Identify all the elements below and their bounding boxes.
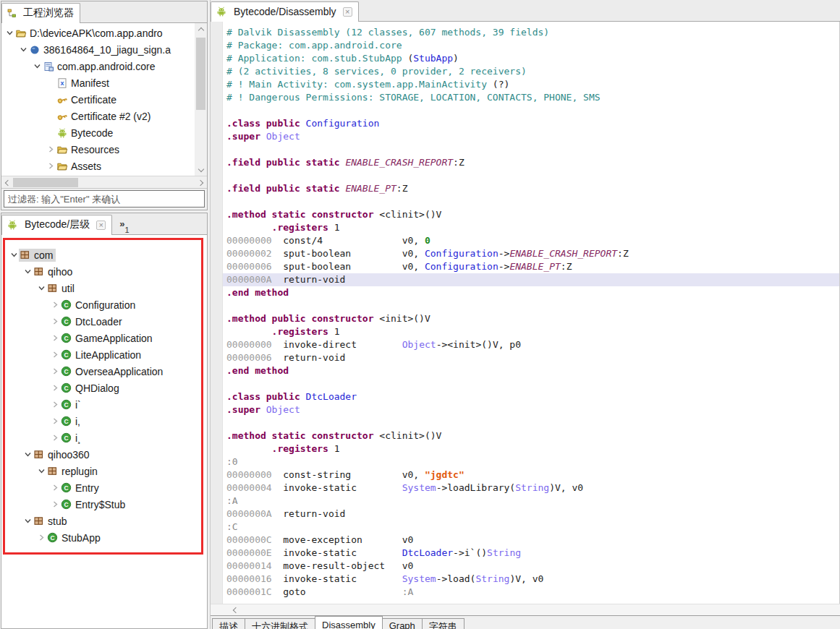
scroll-right-icon[interactable] [195, 176, 207, 189]
tree-item[interactable]: CGameApplication [6, 330, 201, 346]
bottom-tab[interactable]: Graph [382, 618, 423, 629]
collapse-arrow-icon[interactable] [18, 46, 28, 54]
close-icon[interactable]: × [343, 7, 352, 17]
disassembly-code[interactable]: # Dalvik Disassembly (12 classes, 607 me… [223, 22, 839, 604]
tree-item[interactable]: Assets [1, 158, 207, 174]
code-line-highlighted[interactable]: 0000000A return-void [223, 273, 839, 286]
expand-arrow-icon[interactable] [50, 334, 60, 343]
code-line[interactable]: .field public static ENABLE_PT:Z [223, 182, 839, 195]
code-line[interactable]: .class public DtcLoader [223, 390, 839, 403]
code-line[interactable]: .end method [223, 364, 839, 377]
code-line[interactable]: .super Object [223, 403, 839, 416]
tree-item[interactable]: util [6, 280, 201, 296]
tab-overflow-indicator[interactable]: » 1 [112, 219, 129, 234]
code-line[interactable] [223, 169, 839, 182]
scroll-up-icon[interactable] [195, 23, 207, 35]
tree-item[interactable]: CEntry [6, 479, 201, 496]
code-line[interactable]: .method static constructor <clinit>()V [223, 208, 839, 221]
code-line[interactable]: :C [223, 521, 839, 534]
code-line[interactable]: .class public Configuration [223, 117, 839, 130]
tree-item[interactable]: Ci, [6, 413, 201, 429]
collapse-arrow-icon[interactable] [22, 268, 33, 276]
close-icon[interactable]: × [96, 221, 106, 230]
expand-arrow-icon[interactable] [50, 401, 60, 409]
expand-arrow-icon[interactable] [50, 301, 60, 309]
code-line[interactable]: # Package: com.app.android.core [223, 39, 839, 52]
code-link[interactable]: Configuration [425, 248, 499, 259]
expand-arrow-icon[interactable] [50, 351, 60, 359]
tree-item[interactable]: CDtcLoader [6, 313, 201, 330]
code-line[interactable]: .method static constructor <clinit>()V [223, 429, 839, 442]
tree-item[interactable]: CConfiguration [6, 296, 201, 313]
code-line[interactable] [223, 195, 839, 208]
code-line[interactable]: 0000000C move-exception v0 [223, 534, 839, 547]
bottom-tab[interactable]: 字符串 [422, 618, 464, 629]
tree-item[interactable]: com.app.android.core [1, 58, 207, 74]
code-line[interactable]: 00000006 return-void [223, 351, 839, 364]
scroll-down-icon[interactable] [195, 164, 207, 176]
expand-arrow-icon[interactable] [50, 417, 60, 426]
expand-arrow-icon[interactable] [36, 534, 46, 542]
collapse-arrow-icon[interactable] [4, 29, 14, 38]
filter-input[interactable] [4, 190, 205, 207]
tree-item[interactable]: com [6, 247, 201, 263]
code-link[interactable]: Configuration [306, 118, 380, 129]
project-tree-vertical-scrollbar[interactable] [195, 23, 207, 176]
collapse-arrow-icon[interactable] [22, 517, 33, 526]
tree-item[interactable]: qihoo360 [6, 446, 201, 463]
expand-arrow-icon[interactable] [50, 484, 60, 492]
code-line[interactable]: 00000000 const/4 v0, 0 [223, 234, 839, 247]
code-line[interactable]: 0000001C goto :A [223, 586, 839, 599]
bottom-tab[interactable]: 十六进制格式 [245, 618, 315, 629]
code-line[interactable]: 00000000 invoke-direct Object-><init>()V… [223, 338, 839, 351]
code-line[interactable] [223, 104, 839, 117]
collapse-arrow-icon[interactable] [36, 467, 46, 476]
collapse-arrow-icon[interactable] [36, 284, 46, 293]
collapse-arrow-icon[interactable] [32, 62, 42, 71]
expand-arrow-icon[interactable] [50, 317, 60, 326]
tree-item[interactable]: Ci¸ [6, 429, 201, 446]
code-line[interactable]: # ! Dangerous Permissions: STORAGE, LOCA… [223, 91, 839, 104]
tree-item[interactable]: CStubApp [6, 529, 201, 546]
code-link[interactable]: StubApp [413, 53, 453, 64]
code-line[interactable]: .registers 1 [223, 325, 839, 338]
tree-item[interactable]: 386164864_10_jiagu_sign.a [1, 41, 207, 58]
code-line[interactable]: # Dalvik Disassembly (12 classes, 607 me… [223, 26, 839, 39]
collapse-arrow-icon[interactable] [22, 450, 33, 459]
code-line[interactable]: 00000016 invoke-static System->load(Stri… [223, 573, 839, 586]
expand-arrow-icon[interactable] [50, 434, 60, 442]
tree-item[interactable]: stub [6, 513, 201, 529]
code-line[interactable]: .end method [223, 286, 839, 299]
scroll-left-icon[interactable] [1, 176, 13, 189]
code-link[interactable]: Configuration [425, 261, 499, 272]
tree-item[interactable]: CEntry$Stub [6, 496, 201, 513]
expand-arrow-icon[interactable] [46, 145, 56, 154]
vertical-scrollbar-thumb[interactable] [196, 38, 205, 110]
code-line[interactable]: # ! Main Activity: com.system.app.MainAc… [223, 78, 839, 91]
code-line[interactable] [223, 416, 839, 429]
tree-item[interactable]: D:\deviceAPK\com.app.andro [1, 25, 207, 41]
collapse-arrow-icon[interactable] [9, 251, 19, 260]
code-line[interactable]: .super Object [223, 130, 839, 143]
code-line[interactable]: .method public constructor <init>()V [223, 312, 839, 325]
tab-bytecode-hierarchy[interactable]: Bytecode/层级 × [1, 215, 112, 235]
horizontal-scrollbar-thumb[interactable] [13, 178, 78, 187]
expand-arrow-icon[interactable] [46, 162, 56, 171]
code-link[interactable]: DtcLoader [306, 391, 357, 402]
tree-item[interactable]: Bytecode [1, 124, 207, 141]
code-line[interactable]: 00000000 const-string v0, "jgdtc" [223, 468, 839, 482]
code-line[interactable]: 00000004 invoke-static System->loadLibra… [223, 482, 839, 495]
code-line[interactable]: .registers 1 [223, 442, 839, 455]
scroll-left-icon[interactable] [233, 607, 239, 612]
project-tree-horizontal-scrollbar[interactable] [1, 176, 207, 188]
code-link[interactable]: DtcLoader [402, 547, 453, 558]
tree-item[interactable]: Certificate #2 (v2) [1, 108, 207, 124]
tree-item[interactable]: qihoo [6, 263, 201, 280]
code-line[interactable] [223, 299, 839, 312]
tree-item[interactable]: Certificate [1, 91, 207, 108]
tree-item[interactable]: Ci` [6, 396, 201, 413]
tree-item[interactable]: CQHDialog [6, 380, 201, 396]
tree-item[interactable]: CLiteApplication [6, 346, 201, 363]
code-line[interactable]: :0 [223, 455, 839, 468]
code-line[interactable]: 00000014 move-result-object v0 [223, 560, 839, 573]
